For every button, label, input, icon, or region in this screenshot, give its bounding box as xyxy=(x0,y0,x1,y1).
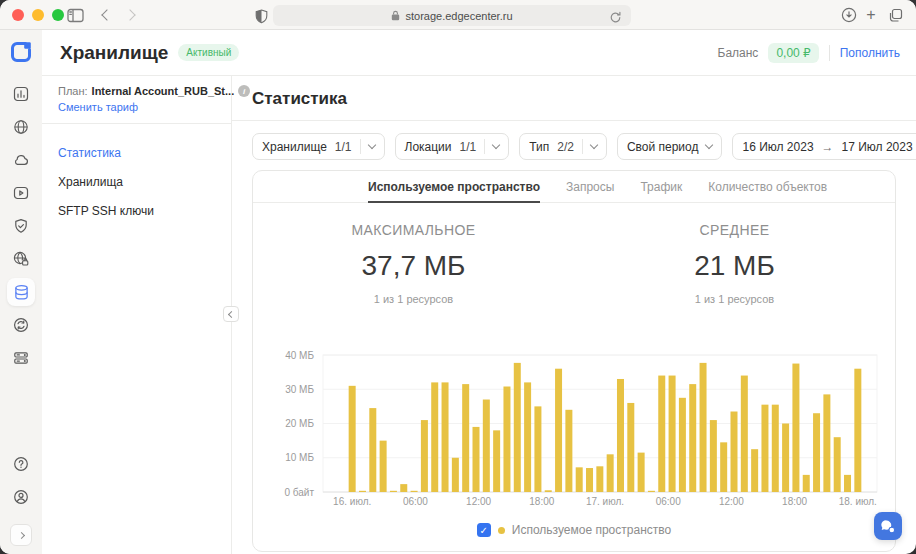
date-range-picker[interactable]: 16 Июл 2023 → 17 Июл 2023 xyxy=(732,133,916,160)
sidebar-item-statistics[interactable]: Статистика xyxy=(58,146,215,160)
tab-requests[interactable]: Запросы xyxy=(566,171,614,202)
chart-bar[interactable] xyxy=(700,363,707,492)
stats-icon[interactable] xyxy=(7,80,35,108)
shield-check-icon[interactable] xyxy=(7,212,35,240)
zoom-window-button[interactable] xyxy=(52,9,64,21)
sidebar-toggle-icon[interactable] xyxy=(66,6,84,24)
chart-bar[interactable] xyxy=(803,475,810,492)
forward-button[interactable] xyxy=(121,6,139,24)
chart-bar[interactable] xyxy=(710,420,717,492)
legend-checkbox[interactable]: ✓ xyxy=(477,523,491,537)
storage-db-icon[interactable] xyxy=(7,278,35,306)
chart-bar[interactable] xyxy=(421,420,428,492)
chart-bar[interactable] xyxy=(782,424,789,493)
sidebar-item-sftp-ssh-keys[interactable]: SFTP SSH ключи xyxy=(58,204,215,218)
chart-bar[interactable] xyxy=(854,369,861,492)
chart-bar[interactable] xyxy=(741,376,748,492)
chart-bar[interactable] xyxy=(596,466,603,492)
chart-bar[interactable] xyxy=(689,384,696,492)
chart-bar[interactable] xyxy=(545,490,552,492)
chart-bar[interactable] xyxy=(349,386,356,492)
chart-bar[interactable] xyxy=(751,449,758,492)
chart-bar[interactable] xyxy=(390,491,397,492)
sync-icon[interactable] xyxy=(7,311,35,339)
privacy-shield-icon[interactable] xyxy=(252,7,270,25)
chart-bar[interactable] xyxy=(534,406,541,492)
chart-bar[interactable] xyxy=(431,382,438,492)
support-chat-button[interactable] xyxy=(874,512,902,540)
servers-icon[interactable] xyxy=(7,344,35,372)
browser-toolbar: storage.edgecenter.ru + xyxy=(0,0,916,30)
chart-bar[interactable] xyxy=(442,382,449,492)
help-icon[interactable] xyxy=(7,450,35,478)
chart-bar[interactable] xyxy=(555,369,562,492)
chart-bar[interactable] xyxy=(669,376,676,492)
chart-bar[interactable] xyxy=(720,442,727,492)
chart-bar[interactable] xyxy=(400,484,407,492)
legend-series-label[interactable]: Используемое пространство xyxy=(512,523,671,537)
chart-bar[interactable] xyxy=(627,403,634,492)
summary-stats: МАКСИМАЛЬНОЕ 37,7 МБ 1 из 1 ресурсов СРЕ… xyxy=(253,203,895,305)
close-window-button[interactable] xyxy=(12,9,24,21)
back-button[interactable] xyxy=(98,6,116,24)
account-icon[interactable] xyxy=(7,483,35,511)
reload-icon[interactable] xyxy=(606,8,624,26)
locations-filter-dropdown[interactable]: Локации 1/1 xyxy=(395,133,510,160)
sidebar-collapse-button[interactable] xyxy=(223,306,239,322)
chart-bar[interactable] xyxy=(380,441,387,492)
chart-bar[interactable] xyxy=(772,405,779,492)
chart-bar[interactable] xyxy=(761,405,768,492)
chart-bar[interactable] xyxy=(411,491,418,492)
downloads-icon[interactable] xyxy=(840,6,858,24)
chart-bar[interactable] xyxy=(844,475,851,492)
cloud-icon[interactable] xyxy=(7,146,35,174)
tab-traffic[interactable]: Трафик xyxy=(640,171,682,202)
type-filter-dropdown[interactable]: Тип 2/2 xyxy=(519,133,607,160)
chart-bar[interactable] xyxy=(823,394,830,492)
chart-bar[interactable] xyxy=(638,453,645,492)
chart-bar[interactable] xyxy=(452,458,459,492)
y-axis-label: 40 МБ xyxy=(285,350,314,361)
chart-bar[interactable] xyxy=(462,384,469,492)
type-filter-label: Тип xyxy=(529,140,549,154)
chart-bar[interactable] xyxy=(359,491,366,492)
chart-bar[interactable] xyxy=(483,400,490,492)
chart-bar[interactable] xyxy=(648,491,655,492)
chart-bar[interactable] xyxy=(813,413,820,492)
address-bar[interactable]: storage.edgecenter.ru xyxy=(273,5,631,26)
period-select[interactable]: Свой период xyxy=(617,133,723,160)
chart-svg: 40 МБ30 МБ20 МБ10 МБ0 байт16. июл.06:001… xyxy=(261,341,883,509)
chart-bar[interactable] xyxy=(565,410,572,492)
chart-bar[interactable] xyxy=(792,364,799,492)
balance-value: 0,00 ₽ xyxy=(768,43,818,63)
new-tab-button[interactable]: + xyxy=(862,6,880,24)
chart-bar[interactable] xyxy=(834,437,841,492)
edgecenter-logo[interactable] xyxy=(9,40,33,64)
tab-overview-icon[interactable] xyxy=(886,6,904,24)
storage-filter-dropdown[interactable]: Хранилище 1/1 xyxy=(252,133,385,160)
minimize-window-button[interactable] xyxy=(32,9,44,21)
chart-bar[interactable] xyxy=(586,468,593,492)
chart-bar[interactable] xyxy=(731,412,738,492)
tab-object-count[interactable]: Количество объектов xyxy=(708,171,827,202)
main-content: Статистика Хранилище 1/1 Локации 1/1 xyxy=(232,76,916,554)
chart-bar[interactable] xyxy=(503,387,510,492)
chart-bar[interactable] xyxy=(514,363,521,492)
chart-bar[interactable] xyxy=(607,454,614,492)
chart-bar[interactable] xyxy=(658,376,665,492)
video-icon[interactable] xyxy=(7,179,35,207)
tab-used-space[interactable]: Используемое пространство xyxy=(368,171,540,202)
globe-icon[interactable] xyxy=(7,113,35,141)
chart-bar[interactable] xyxy=(493,430,500,492)
change-tariff-link[interactable]: Сменить тариф xyxy=(58,101,138,113)
chart-bar[interactable] xyxy=(473,427,480,492)
chart-bar[interactable] xyxy=(576,467,583,492)
sidebar-item-storages[interactable]: Хранилища xyxy=(58,175,215,189)
chart-bar[interactable] xyxy=(369,408,376,492)
topup-link[interactable]: Пополнить xyxy=(840,46,900,60)
chart-bar[interactable] xyxy=(679,398,686,492)
expand-chevron-icon[interactable] xyxy=(10,524,32,546)
cdn-lock-icon[interactable] xyxy=(7,245,35,273)
chart-bar[interactable] xyxy=(617,379,624,492)
chart-bar[interactable] xyxy=(524,382,531,492)
